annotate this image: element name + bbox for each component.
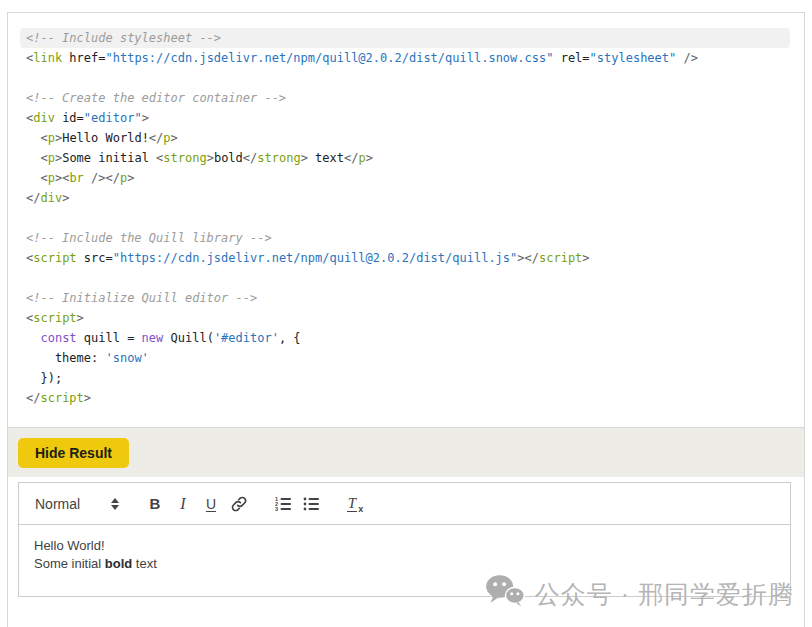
code-line: <script src="https://cdn.jsdelivr.net/np…	[20, 248, 790, 268]
quill-toolbar: Normal B I U	[19, 483, 790, 525]
code-line: <p><br /></p>	[20, 168, 790, 188]
clean-icon: T	[347, 496, 357, 512]
italic-button[interactable]: I	[169, 492, 197, 516]
code-line: <div id="editor">	[20, 108, 790, 128]
bullet-list-button[interactable]	[297, 492, 325, 516]
toolbar-group-heading: Normal	[27, 492, 125, 516]
hide-result-button[interactable]: Hide Result	[18, 438, 129, 468]
ordered-list-icon: 1 2 3	[274, 495, 292, 513]
bold-icon: B	[150, 495, 161, 512]
code-line: <p>Some initial <strong>bold</strong> te…	[20, 148, 790, 168]
result-bar: Hide Result	[8, 427, 804, 477]
code-editor[interactable]: <!-- Include stylesheet --><link href="h…	[8, 13, 804, 427]
watermark-text: 公众号 · 邢同学爱折腾	[535, 578, 794, 611]
watermark: 公众号 · 邢同学爱折腾	[485, 574, 794, 614]
underline-icon: U	[206, 496, 216, 512]
wechat-icon	[485, 574, 525, 614]
heading-picker-label: Normal	[35, 496, 80, 512]
svg-text:3: 3	[275, 506, 278, 512]
link-button[interactable]	[225, 492, 253, 516]
code-line: <!-- Initialize Quill editor -->	[20, 288, 790, 308]
underline-button[interactable]: U	[197, 492, 225, 516]
italic-icon: I	[180, 495, 185, 513]
code-line	[20, 268, 790, 288]
editor-paragraph: Hello World!	[34, 537, 775, 555]
code-line: theme: 'snow'	[20, 348, 790, 368]
code-line: <link href="https://cdn.jsdelivr.net/npm…	[20, 48, 790, 68]
bullet-list-icon	[302, 495, 320, 513]
bold-button[interactable]: B	[141, 492, 169, 516]
toolbar-group-clean: T x	[341, 492, 369, 516]
code-line	[20, 208, 790, 228]
code-line: const quill = new Quill('#editor', {	[20, 328, 790, 348]
code-line: <!-- Include the Quill library -->	[20, 228, 790, 248]
clean-formatting-button[interactable]: T x	[341, 492, 369, 516]
editor-paragraph: Some initial bold text	[34, 555, 775, 573]
code-line: <p>Hello World!</p>	[20, 128, 790, 148]
ordered-list-button[interactable]: 1 2 3	[269, 492, 297, 516]
code-line	[20, 68, 790, 88]
toolbar-group-inline: B I U	[141, 492, 253, 516]
code-line: <!-- Create the editor container -->	[20, 88, 790, 108]
toolbar-group-lists: 1 2 3	[269, 492, 325, 516]
code-line: </script>	[20, 388, 790, 408]
picker-arrows-icon	[111, 498, 119, 510]
page-frame: <!-- Include stylesheet --><link href="h…	[7, 12, 805, 627]
heading-picker[interactable]: Normal	[27, 492, 125, 516]
code-line: <!-- Include stylesheet -->	[20, 28, 790, 48]
link-icon	[230, 495, 248, 513]
code-line: <script>	[20, 308, 790, 328]
code-line: });	[20, 368, 790, 388]
code-line: </div>	[20, 188, 790, 208]
